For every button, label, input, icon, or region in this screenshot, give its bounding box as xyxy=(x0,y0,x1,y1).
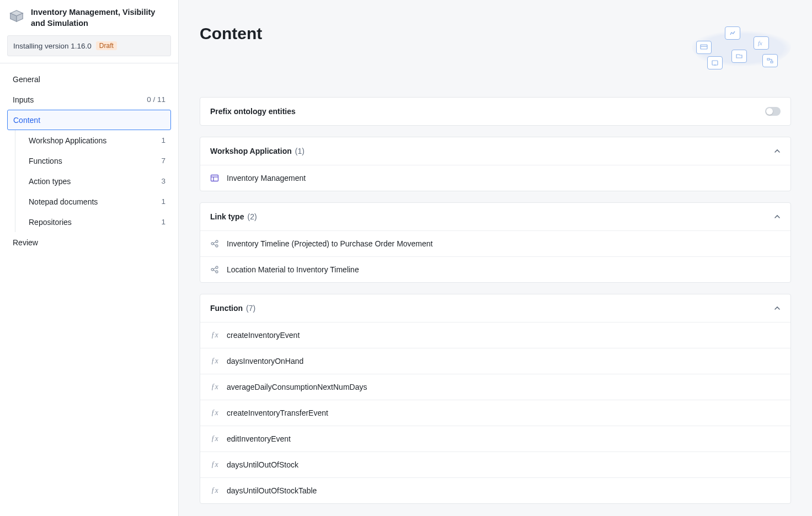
version-box[interactable]: Installing version 1.16.0 Draft xyxy=(7,35,171,56)
nav-workshop-applications[interactable]: Workshop Applications 1 xyxy=(17,130,171,150)
svg-point-12 xyxy=(216,245,218,247)
hero-graphic: fx xyxy=(692,24,791,68)
nav-action-types[interactable]: Action types 3 xyxy=(17,171,171,191)
section-header[interactable]: Workshop Application (1) xyxy=(200,137,790,165)
nav-repositories[interactable]: Repositories 1 xyxy=(17,212,171,232)
workshop-application-section: Workshop Application (1) Inventory Manag… xyxy=(200,137,791,191)
hero-tile-icon xyxy=(725,26,740,40)
hero-tile-icon xyxy=(707,56,723,69)
nav-inputs-label: Inputs xyxy=(13,95,34,104)
count: 1 xyxy=(161,218,165,226)
count: 7 xyxy=(161,157,165,165)
package-title: Inventory Management, Visibility and Sim… xyxy=(31,7,170,29)
nav-inputs-count: 0 / 11 xyxy=(147,95,165,104)
nav-general[interactable]: General xyxy=(7,69,171,89)
hero-tile-icon: fx xyxy=(754,36,769,50)
label: Notepad documents xyxy=(29,197,98,206)
svg-point-15 xyxy=(211,268,213,271)
label: Workshop Applications xyxy=(29,136,106,145)
hero-tile-icon xyxy=(696,41,712,54)
section-count: (7) xyxy=(246,304,255,313)
svg-point-11 xyxy=(216,240,218,243)
item-label: daysInventoryOnHand xyxy=(227,357,303,366)
svg-text:fx: fx xyxy=(758,40,762,46)
svg-line-13 xyxy=(213,242,216,243)
section-header[interactable]: Function (7) xyxy=(200,294,790,322)
item-label: Location Material to Inventory Timeline xyxy=(227,265,359,274)
svg-point-16 xyxy=(216,266,218,268)
section-header[interactable]: Link type (2) xyxy=(200,203,790,230)
nav-general-label: General xyxy=(13,75,40,84)
nav-review[interactable]: Review xyxy=(7,232,171,252)
nav-inputs[interactable]: Inputs 0 / 11 xyxy=(7,89,171,110)
section-count: (2) xyxy=(247,212,257,221)
section-count: (1) xyxy=(295,147,304,155)
svg-rect-7 xyxy=(211,175,218,181)
prefix-ontology-toggle[interactable] xyxy=(765,107,781,116)
main-content: Content fx Prefix ontolog xyxy=(179,0,812,516)
svg-line-18 xyxy=(213,268,216,269)
page-header: Content fx xyxy=(200,0,791,68)
nav-content-label: Content xyxy=(13,116,40,125)
prefix-ontology-card: Prefix ontology entities xyxy=(200,97,791,126)
svg-point-10 xyxy=(211,243,213,245)
svg-line-14 xyxy=(213,244,216,245)
sidebar-header: Inventory Management, Visibility and Sim… xyxy=(0,0,178,35)
section-title: Workshop Application xyxy=(210,147,292,155)
function-icon: ƒx xyxy=(210,357,219,366)
function-item[interactable]: ƒx averageDailyConsumptionNextNumDays xyxy=(200,374,790,400)
function-section: Function (7) ƒx createInventoryEvent ƒx … xyxy=(200,294,791,504)
package-icon xyxy=(8,7,25,25)
item-label: averageDailyConsumptionNextNumDays xyxy=(227,383,367,391)
item-label: editInventoryEvent xyxy=(227,434,291,443)
link-type-item[interactable]: Location Material to Inventory Timeline xyxy=(200,256,790,282)
link-type-section: Link type (2) Inventory Timeline (Projec… xyxy=(200,202,791,283)
hero-tile-icon xyxy=(762,54,778,67)
item-label: Inventory Timeline (Projected) to Purcha… xyxy=(227,239,433,248)
count: 1 xyxy=(161,136,165,144)
version-label: Installing version 1.16.0 xyxy=(13,42,92,50)
chevron-up-icon[interactable] xyxy=(774,213,781,220)
sidebar-nav: General Inputs 0 / 11 Content Workshop A… xyxy=(0,63,178,252)
item-label: daysUntilOutOfStock xyxy=(227,460,298,469)
function-icon: ƒx xyxy=(210,486,219,495)
count: 3 xyxy=(161,177,165,185)
function-item[interactable]: ƒx daysUntilOutOfStockTable xyxy=(200,477,790,503)
section-title: Link type xyxy=(210,212,244,221)
nav-content[interactable]: Content xyxy=(7,110,171,130)
function-icon: ƒx xyxy=(210,434,219,443)
label: Repositories xyxy=(29,218,72,227)
function-item[interactable]: ƒx createInventoryEvent xyxy=(200,322,790,348)
function-item[interactable]: ƒx daysInventoryOnHand xyxy=(200,348,790,374)
item-label: createInventoryTransferEvent xyxy=(227,409,328,417)
nav-content-children: Workshop Applications 1 Functions 7 Acti… xyxy=(15,130,171,232)
label: Functions xyxy=(29,157,62,165)
nav-functions[interactable]: Functions 7 xyxy=(17,150,171,171)
svg-rect-5 xyxy=(767,58,770,60)
nav-review-label: Review xyxy=(13,238,38,247)
function-icon: ƒx xyxy=(210,460,219,469)
svg-line-19 xyxy=(213,270,216,271)
hero-tile-icon xyxy=(731,50,747,63)
label: Action types xyxy=(29,177,71,186)
svg-point-17 xyxy=(216,271,218,273)
function-item[interactable]: ƒx createInventoryTransferEvent xyxy=(200,400,790,426)
item-label: createInventoryEvent xyxy=(227,331,300,340)
link-type-item[interactable]: Inventory Timeline (Projected) to Purcha… xyxy=(200,230,790,256)
workshop-item[interactable]: Inventory Management xyxy=(200,165,790,191)
page-title: Content xyxy=(200,24,262,43)
nav-notepad-documents[interactable]: Notepad documents 1 xyxy=(17,191,171,212)
function-item[interactable]: ƒx editInventoryEvent xyxy=(200,426,790,452)
section-title: Function xyxy=(210,304,243,313)
svg-rect-0 xyxy=(701,45,707,49)
item-label: daysUntilOutOfStockTable xyxy=(227,486,317,495)
chevron-up-icon[interactable] xyxy=(774,148,781,154)
prefix-ontology-label: Prefix ontology entities xyxy=(210,107,296,116)
chevron-up-icon[interactable] xyxy=(774,305,781,311)
function-item[interactable]: ƒx daysUntilOutOfStock xyxy=(200,452,790,477)
sidebar: Inventory Management, Visibility and Sim… xyxy=(0,0,179,516)
link-icon xyxy=(210,239,219,248)
link-icon xyxy=(210,265,219,274)
function-icon: ƒx xyxy=(210,383,219,391)
function-icon: ƒx xyxy=(210,331,219,340)
